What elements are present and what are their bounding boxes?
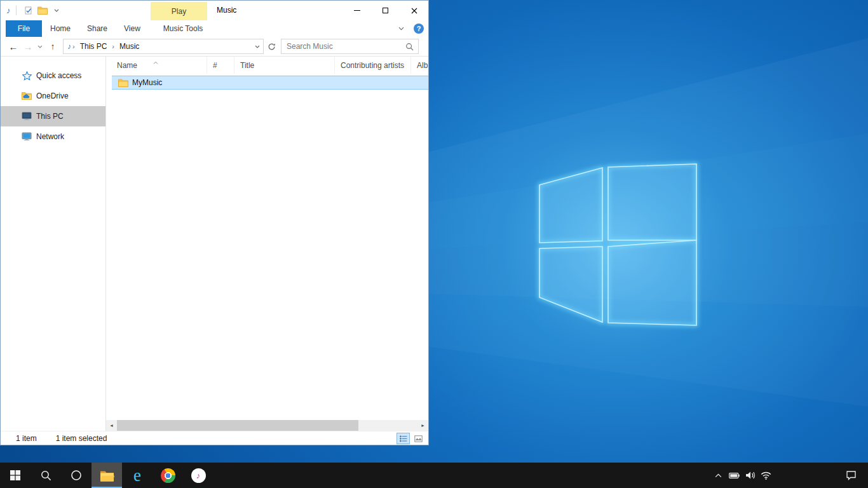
taskbar-music-player-button[interactable]: ♪	[183, 463, 214, 488]
breadcrumb-separator-icon[interactable]: ›	[111, 43, 116, 50]
ribbon-tabs: File Home Share View Music Tools ?	[1, 20, 428, 37]
start-button[interactable]	[0, 463, 31, 488]
column-header-album[interactable]: Alb	[411, 57, 428, 74]
tab-view[interactable]: View	[116, 20, 149, 37]
network-icon	[22, 132, 32, 142]
column-header-title[interactable]: Title	[234, 57, 335, 74]
action-center-icon	[846, 470, 857, 480]
sidebar-item-label: This PC	[36, 112, 64, 121]
properties-icon	[25, 6, 32, 15]
sidebar-item-onedrive[interactable]: OneDrive	[1, 86, 105, 106]
qat-customize-button[interactable]	[50, 3, 64, 19]
maximize-button[interactable]	[371, 1, 400, 20]
column-header-contributing-artists[interactable]: Contributing artists	[335, 57, 411, 74]
star-icon	[22, 71, 32, 81]
tab-home[interactable]: Home	[42, 20, 79, 37]
refresh-button[interactable]	[265, 39, 278, 54]
details-view-button[interactable]	[397, 433, 410, 444]
taskbar-file-explorer-button[interactable]	[92, 463, 122, 488]
sidebar-item-quick-access[interactable]: Quick access	[1, 65, 105, 86]
column-label: Alb	[417, 61, 428, 70]
address-dropdown-button[interactable]	[252, 39, 263, 53]
up-button[interactable]: ↑	[44, 38, 61, 55]
chrome-icon	[161, 468, 175, 483]
file-row-mymusic[interactable]: MyMusic	[112, 76, 428, 90]
search-icon[interactable]	[405, 43, 414, 51]
internet-explorer-icon: e	[133, 467, 141, 484]
column-label: Name	[117, 61, 137, 70]
scrollbar-thumb[interactable]	[117, 420, 358, 431]
tab-file[interactable]: File	[6, 20, 42, 37]
search-box[interactable]	[281, 39, 419, 54]
tray-expand-button[interactable]	[710, 463, 726, 488]
network-status-button[interactable]	[758, 463, 774, 488]
qat-properties-button[interactable]	[22, 3, 36, 19]
column-header-number[interactable]: #	[207, 57, 234, 74]
back-button[interactable]: ←	[6, 38, 21, 55]
taskbar: e ♪	[0, 463, 868, 488]
close-button[interactable]	[400, 1, 428, 20]
volume-button[interactable]	[742, 463, 758, 488]
music-note-icon: ♪	[6, 6, 11, 15]
ribbon-expand-button[interactable]	[394, 20, 408, 37]
large-icons-view-button[interactable]	[412, 433, 425, 444]
scroll-left-button[interactable]: ◄	[106, 420, 117, 431]
horizontal-scrollbar[interactable]: ◄ ►	[106, 420, 428, 431]
chevron-down-icon	[37, 45, 43, 48]
volume-icon	[745, 471, 756, 480]
computer-icon	[22, 111, 32, 121]
taskbar-chrome-button[interactable]	[153, 463, 183, 488]
battery-status-button[interactable]	[726, 463, 742, 488]
chevron-down-icon	[54, 9, 59, 12]
taskbar-search-button[interactable]	[31, 463, 61, 488]
breadcrumb-music[interactable]: Music	[116, 42, 143, 51]
forward-button[interactable]: →	[21, 38, 35, 55]
scrollbar-track[interactable]	[117, 420, 417, 431]
minimize-icon	[354, 10, 360, 11]
breadcrumb-this-pc[interactable]: This PC	[76, 42, 111, 51]
search-icon	[41, 470, 51, 481]
sidebar-item-this-pc[interactable]: This PC	[1, 106, 105, 126]
chevron-down-icon	[255, 45, 260, 48]
file-name: MyMusic	[132, 78, 162, 87]
action-center-button[interactable]	[841, 463, 860, 488]
breadcrumb-separator-icon[interactable]: ›	[71, 43, 76, 50]
file-list[interactable]: MyMusic	[106, 74, 428, 420]
column-label: Contributing artists	[341, 61, 404, 70]
sidebar-item-label: OneDrive	[36, 92, 69, 100]
tab-music-tools[interactable]: Music Tools	[155, 20, 211, 37]
status-bar: 1 item 1 item selected	[1, 431, 428, 445]
titlebar[interactable]: ♪ Play Music	[1, 1, 428, 20]
system-tray	[710, 463, 868, 488]
window-content: Quick access OneDrive	[1, 57, 428, 431]
folder-icon	[118, 79, 128, 87]
selection-count: 1 item selected	[56, 434, 107, 443]
wifi-icon	[761, 471, 771, 480]
refresh-icon	[268, 43, 276, 51]
column-header-name[interactable]: Name	[106, 57, 207, 74]
contextual-tab-play[interactable]: Play	[151, 2, 207, 20]
item-count: 1 item	[16, 434, 37, 443]
column-label: #	[213, 61, 217, 70]
tab-share[interactable]: Share	[79, 20, 116, 37]
chevron-up-icon	[715, 473, 722, 478]
navigation-bar: ← → ↑ ♪ › This PC › Music	[1, 37, 428, 57]
window-controls	[342, 1, 428, 20]
scroll-right-button[interactable]: ►	[417, 420, 428, 431]
address-bar[interactable]: ♪ › This PC › Music	[63, 39, 264, 54]
minimize-button[interactable]	[342, 1, 371, 20]
onedrive-icon	[22, 91, 32, 101]
file-explorer-window: ♪ Play Music	[0, 0, 429, 445]
taskbar-internet-explorer-button[interactable]: e	[122, 463, 153, 488]
search-input[interactable]	[281, 42, 404, 51]
navigation-pane: Quick access OneDrive	[1, 57, 106, 431]
chevron-down-icon	[398, 27, 404, 30]
large-icons-view-icon	[414, 435, 423, 442]
sidebar-item-network[interactable]: Network	[1, 126, 105, 147]
qat-new-folder-button[interactable]	[36, 3, 50, 19]
music-player-icon: ♪	[191, 468, 206, 483]
help-button[interactable]: ?	[414, 24, 424, 34]
recent-locations-button[interactable]	[35, 38, 44, 55]
cortana-button[interactable]	[61, 463, 92, 488]
titlebar-divider	[16, 6, 17, 15]
